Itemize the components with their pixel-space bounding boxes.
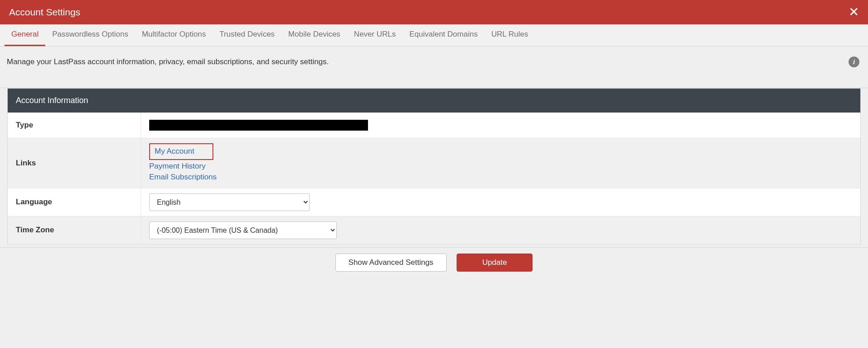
update-button[interactable]: Update (457, 254, 533, 272)
row-label-type: Type (8, 113, 141, 138)
tab-never-urls[interactable]: Never URLs (347, 24, 403, 46)
language-select[interactable]: English (149, 193, 310, 211)
link-my-account[interactable]: My Account (149, 143, 213, 160)
tab-url-rules[interactable]: URL Rules (485, 24, 535, 46)
type-value-redacted (149, 120, 368, 131)
tab-equivalent-domains[interactable]: Equivalent Domains (402, 24, 484, 46)
row-links: Links My Account Payment History Email S… (8, 138, 860, 188)
link-payment-history[interactable]: Payment History (149, 161, 852, 172)
info-icon[interactable]: i (849, 56, 859, 67)
tab-description: Manage your LastPass account information… (7, 57, 329, 66)
row-value-links: My Account Payment History Email Subscri… (141, 138, 860, 188)
close-icon[interactable]: ✕ (849, 6, 859, 19)
row-label-links: Links (8, 138, 141, 188)
row-label-language: Language (8, 188, 141, 216)
row-value-timezone: (-05:00) Eastern Time (US & Canada) (141, 216, 860, 244)
tab-mobile-devices[interactable]: Mobile Devices (282, 24, 347, 46)
row-value-language: English (141, 188, 860, 216)
tab-trusted-devices[interactable]: Trusted Devices (212, 24, 281, 46)
description-row: Manage your LastPass account information… (0, 47, 868, 88)
content-scroll-area[interactable]: Account Information Type Links My Accoun… (0, 88, 868, 247)
row-language: Language English (8, 188, 860, 216)
tab-bar: General Passwordless Options Multifactor… (0, 24, 868, 47)
row-label-timezone: Time Zone (8, 216, 141, 244)
tab-general[interactable]: General (5, 24, 45, 46)
row-timezone: Time Zone (-05:00) Eastern Time (US & Ca… (8, 216, 860, 244)
title-bar: Account Settings ✕ (0, 0, 868, 24)
tab-multifactor-options[interactable]: Multifactor Options (135, 24, 213, 46)
timezone-select[interactable]: (-05:00) Eastern Time (US & Canada) (149, 221, 337, 239)
row-value-type (141, 113, 860, 138)
footer-bar: Show Advanced Settings Update (0, 247, 868, 277)
show-advanced-settings-button[interactable]: Show Advanced Settings (335, 254, 447, 272)
panel-header: Account Information (8, 89, 860, 113)
page-title: Account Settings (9, 7, 80, 18)
row-type: Type (8, 113, 860, 138)
account-information-panel: Account Information Type Links My Accoun… (7, 88, 861, 245)
link-email-subscriptions[interactable]: Email Subscriptions (149, 172, 852, 183)
tab-passwordless-options[interactable]: Passwordless Options (45, 24, 135, 46)
